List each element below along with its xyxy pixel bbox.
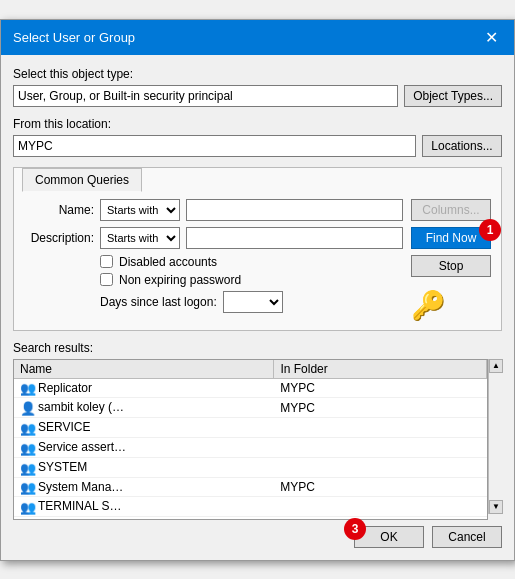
non-expiring-checkbox[interactable] — [100, 273, 113, 286]
scrollbar[interactable]: ▲ ▼ — [488, 359, 502, 514]
user-icon: 👥 — [20, 480, 34, 494]
dialog-body: Select this object type: Object Types...… — [1, 55, 514, 560]
left-area: Name: Starts with Description: Starts wi… — [24, 199, 403, 322]
key-icon-wrap: 🔑 — [411, 283, 491, 322]
results-table-wrap: Name In Folder 👥ReplicatorMYPC👤sambit ko… — [13, 359, 488, 520]
stop-button[interactable]: Stop — [411, 255, 491, 277]
form-area: Name: Starts with Description: Starts wi… — [24, 199, 491, 322]
ok-wrap: OK 3 — [354, 526, 424, 548]
group-box-content: Name: Starts with Description: Starts wi… — [14, 191, 501, 330]
right-buttons: Columns... Find Now 1 Stop 🔑 — [411, 199, 491, 322]
name-row: Name: Starts with — [24, 199, 403, 221]
days-row: Days since last logon: — [100, 291, 403, 313]
find-now-wrap: Find Now 1 — [411, 227, 491, 249]
key-icon: 🔑 — [411, 289, 491, 322]
cell-name: 👥SERVICE — [14, 418, 274, 437]
col-header-name: Name — [14, 360, 274, 379]
cell-folder — [274, 438, 487, 457]
close-button[interactable]: ✕ — [481, 28, 502, 47]
user-icon: 👥 — [20, 381, 34, 395]
cell-folder: MYPC — [274, 478, 487, 497]
name-input[interactable] — [186, 199, 403, 221]
locations-button[interactable]: Locations... — [422, 135, 502, 157]
cell-name: 👥Replicator — [14, 379, 274, 398]
cell-folder: MYPC — [274, 398, 487, 417]
table-row[interactable]: 👥Service assert… — [14, 438, 487, 458]
cell-folder — [274, 497, 487, 516]
object-types-button[interactable]: Object Types... — [404, 85, 502, 107]
col-header-folder: In Folder — [274, 360, 487, 379]
cancel-button[interactable]: Cancel — [432, 526, 502, 548]
cell-name: 👥TERMINAL S… — [14, 497, 274, 516]
badge-3: 3 — [344, 518, 366, 540]
results-area: Name In Folder 👥ReplicatorMYPC👤sambit ko… — [13, 359, 502, 520]
columns-button[interactable]: Columns... — [411, 199, 491, 221]
results-tbody[interactable]: 👥ReplicatorMYPC👤sambit koley (…MYPC👥SERV… — [14, 379, 487, 519]
cell-name: 👥This Organiza… — [14, 517, 274, 518]
common-queries-tab[interactable]: Common Queries — [22, 168, 142, 192]
scroll-up-arrow[interactable]: ▲ — [489, 359, 503, 373]
description-label: Description: — [24, 231, 94, 245]
cell-name: 👥Service assert… — [14, 438, 274, 457]
cell-name: 👥System Mana… — [14, 478, 274, 497]
location-input[interactable] — [13, 135, 416, 157]
scroll-track — [489, 373, 502, 500]
table-row[interactable]: 👥SYSTEM — [14, 458, 487, 478]
user-icon: 👥 — [20, 441, 34, 455]
bottom-buttons: OK 3 Cancel — [13, 520, 502, 548]
disabled-accounts-row: Disabled accounts — [100, 255, 403, 269]
location-row: Locations... — [13, 135, 502, 157]
object-type-row: Object Types... — [13, 85, 502, 107]
disabled-accounts-label: Disabled accounts — [119, 255, 217, 269]
table-row[interactable]: 👥TERMINAL S… — [14, 497, 487, 517]
user-icon: 👤 — [20, 401, 34, 415]
results-table: Name In Folder 👥ReplicatorMYPC👤sambit ko… — [13, 359, 488, 520]
non-expiring-label: Non expiring password — [119, 273, 241, 287]
disabled-accounts-checkbox[interactable] — [100, 255, 113, 268]
badge-1: 1 — [479, 219, 501, 241]
cell-folder: MYPC — [274, 379, 487, 398]
table-row[interactable]: 👥System Mana…MYPC — [14, 478, 487, 498]
name-starts-select[interactable]: Starts with — [100, 199, 180, 221]
dialog-title: Select User or Group — [13, 30, 135, 45]
name-label: Name: — [24, 203, 94, 217]
search-results-label: Search results: — [13, 341, 502, 355]
select-user-dialog: Select User or Group ✕ Select this objec… — [0, 19, 515, 561]
table-row[interactable]: 👥SERVICE — [14, 418, 487, 438]
common-queries-group: Common Queries Name: Starts with — [13, 167, 502, 331]
user-icon: 👥 — [20, 461, 34, 475]
object-type-input[interactable] — [13, 85, 398, 107]
cell-name: 👤sambit koley (… — [14, 398, 274, 417]
table-row[interactable]: 👥ReplicatorMYPC — [14, 379, 487, 399]
title-bar: Select User or Group ✕ — [1, 20, 514, 55]
cell-folder — [274, 458, 487, 477]
table-row[interactable]: 👥This Organiza… — [14, 517, 487, 518]
user-icon: 👥 — [20, 500, 34, 514]
results-thead: Name In Folder — [14, 360, 487, 379]
cell-folder — [274, 418, 487, 437]
days-select[interactable] — [223, 291, 283, 313]
description-input[interactable] — [186, 227, 403, 249]
non-expiring-row: Non expiring password — [100, 273, 403, 287]
table-row[interactable]: 👤sambit koley (…MYPC — [14, 398, 487, 418]
cell-name: 👥SYSTEM — [14, 458, 274, 477]
scroll-down-arrow[interactable]: ▼ — [489, 500, 503, 514]
location-label: From this location: — [13, 117, 502, 131]
object-type-label: Select this object type: — [13, 67, 502, 81]
days-label: Days since last logon: — [100, 295, 217, 309]
description-row: Description: Starts with — [24, 227, 403, 249]
desc-starts-select[interactable]: Starts with — [100, 227, 180, 249]
user-icon: 👥 — [20, 421, 34, 435]
cell-folder — [274, 517, 487, 518]
